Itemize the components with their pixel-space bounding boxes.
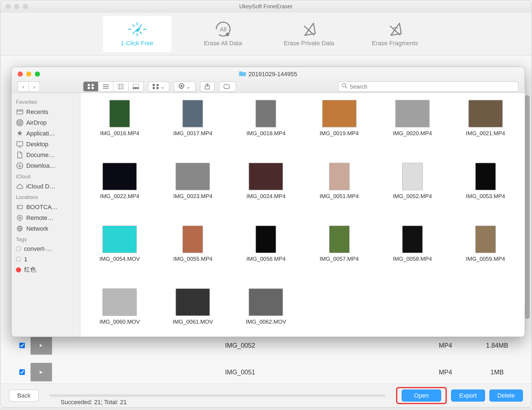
svg-point-36 <box>19 217 20 218</box>
svg-rect-22 <box>224 84 230 89</box>
search-input[interactable] <box>350 83 515 90</box>
file-thumbnail <box>402 163 423 190</box>
file-item[interactable]: IMG_0060.MOV <box>84 288 155 337</box>
tab-icon: All <box>214 21 233 37</box>
group-by-button[interactable]: ⌄ <box>148 81 170 92</box>
file-item[interactable]: IMG_0055.MP4 <box>157 225 229 281</box>
file-item[interactable]: IMG_0058.MP4 <box>377 225 448 281</box>
tags-button[interactable] <box>219 81 236 92</box>
sidebar-item-icon <box>16 214 23 221</box>
sidebar-item-icon <box>16 119 23 126</box>
delete-button[interactable]: Delete <box>489 390 523 402</box>
svg-rect-2 <box>88 84 90 86</box>
row-size: 1.84MB <box>471 342 523 349</box>
sidebar-item-label: iCloud D… <box>26 183 55 190</box>
sidebar-item[interactable]: Downloa… <box>12 160 80 171</box>
sidebar-section: iCloud <box>12 171 80 181</box>
sidebar-section: Favorites <box>12 96 80 106</box>
file-name: IMG_0020.MP4 <box>393 130 432 136</box>
sidebar-item[interactable]: Docume… <box>12 149 80 160</box>
tab-erase-all-data[interactable]: AllErase All Data <box>189 16 257 52</box>
sidebar-item-icon <box>16 182 23 190</box>
sidebar-item[interactable]: Network <box>12 223 80 234</box>
icon-view-button[interactable] <box>83 81 98 92</box>
file-item[interactable]: IMG_0018.MP4 <box>230 100 302 156</box>
sidebar-item[interactable]: Desktop <box>12 139 80 149</box>
svg-rect-17 <box>156 84 158 86</box>
file-thumbnail <box>102 225 137 253</box>
sidebar-item[interactable]: iCloud D… <box>12 181 80 191</box>
tab-1-click-free[interactable]: 1-Click Free <box>103 16 171 52</box>
nav-back-button[interactable]: ‹ <box>18 81 29 92</box>
file-item[interactable]: IMG_0016.MP4 <box>84 100 155 156</box>
nav-forward-button[interactable]: › <box>29 81 40 92</box>
row-checkbox[interactable] <box>19 369 25 375</box>
file-item[interactable]: IMG_0062.MOV <box>230 288 302 337</box>
svg-point-27 <box>19 122 20 123</box>
back-button[interactable]: Back <box>9 390 39 402</box>
file-item[interactable]: IMG_0051.MP4 <box>303 163 375 219</box>
svg-rect-12 <box>133 84 139 87</box>
file-item[interactable]: IMG_0023.MP4 <box>157 163 229 219</box>
app-scrollbar[interactable] <box>525 95 530 319</box>
sidebar-item[interactable]: convert-… <box>12 244 80 254</box>
list-view-button[interactable] <box>98 81 114 92</box>
row-size: 1MB <box>471 368 523 376</box>
row-type: MP4 <box>420 368 471 376</box>
action-button[interactable]: ⌄ <box>174 81 196 92</box>
column-view-button[interactable] <box>113 81 128 92</box>
sidebar-item[interactable]: AirDrop <box>12 117 80 128</box>
gallery-view-button[interactable] <box>128 81 144 92</box>
file-thumbnail <box>475 225 496 253</box>
sidebar-item-label: 红色 <box>24 266 36 274</box>
finder-title-text: 20191029-144955 <box>248 71 297 78</box>
main-tabs: 1-Click FreeAllErase All DataErase Priva… <box>1 12 532 55</box>
file-item[interactable]: IMG_0020.MP4 <box>377 100 448 156</box>
file-item[interactable]: IMG_0021.MP4 <box>450 100 521 156</box>
tab-icon <box>386 21 405 37</box>
sidebar-item[interactable]: Recents <box>12 106 80 117</box>
search-field[interactable] <box>338 81 518 92</box>
sidebar-item-label: Applicati… <box>26 130 55 137</box>
background-list: IMG_0052MP41.84MBIMG_0051MP41MB <box>13 332 523 384</box>
file-thumbnail <box>256 225 276 253</box>
export-button[interactable]: Export <box>451 390 485 402</box>
sidebar-item[interactable]: 红色 <box>12 264 80 276</box>
tab-erase-fragments[interactable]: Erase Fragments <box>361 16 429 52</box>
svg-rect-4 <box>88 87 90 89</box>
file-item[interactable]: IMG_0052.MP4 <box>377 163 448 219</box>
open-button[interactable]: Open <box>402 390 441 402</box>
share-button[interactable] <box>200 81 214 92</box>
sidebar-item[interactable]: Remote… <box>12 212 80 223</box>
tab-label: Erase Private Data <box>284 39 334 46</box>
tab-icon <box>128 21 147 37</box>
sidebar-item[interactable]: Applicati… <box>12 128 80 139</box>
app-title: UkeySoft FoneEraser <box>1 3 532 9</box>
file-item[interactable]: IMG_0059.MP4 <box>450 225 521 281</box>
file-item[interactable]: IMG_0056.MP4 <box>230 225 302 281</box>
file-item[interactable]: IMG_0022.MP4 <box>84 163 155 219</box>
file-item[interactable]: IMG_0024.MP4 <box>230 163 302 219</box>
sidebar-section: Tags <box>12 234 80 244</box>
file-item[interactable]: IMG_0054.MOV <box>84 225 155 281</box>
folder-icon <box>239 71 246 78</box>
sidebar-item-icon <box>16 225 23 232</box>
file-thumbnail <box>329 163 350 190</box>
file-name: IMG_0052.MP4 <box>393 193 432 199</box>
file-thumbnail <box>256 100 276 127</box>
file-item[interactable]: IMG_0061.MOV <box>157 288 229 337</box>
row-checkbox[interactable] <box>19 342 25 348</box>
svg-rect-18 <box>152 87 155 89</box>
file-name: IMG_0053.MP4 <box>466 193 505 199</box>
tab-label: Erase Fragments <box>372 39 418 46</box>
tab-erase-private-data[interactable]: Erase Private Data <box>275 16 343 52</box>
sidebar-item[interactable]: BOOTCA… <box>12 201 80 212</box>
file-item[interactable]: IMG_0019.MP4 <box>303 100 375 156</box>
list-item[interactable]: IMG_0051MP41MB <box>13 358 523 385</box>
tab-icon <box>300 21 319 37</box>
sidebar-item[interactable]: 1 <box>12 254 80 264</box>
row-name: IMG_0051 <box>61 368 420 376</box>
file-item[interactable]: IMG_0053.MP4 <box>450 163 521 219</box>
file-item[interactable]: IMG_0057.MP4 <box>303 225 375 281</box>
file-item[interactable]: IMG_0017.MP4 <box>157 100 229 156</box>
